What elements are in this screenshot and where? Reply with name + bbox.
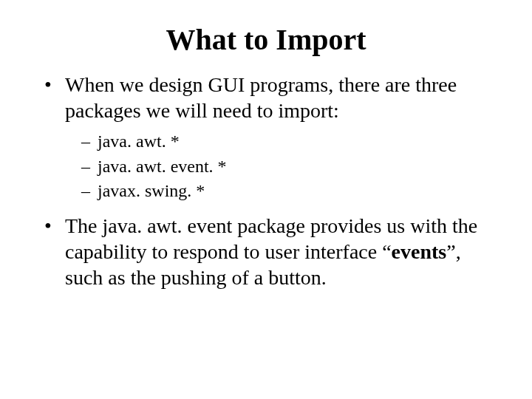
sub-bullet-1: java. awt. * [81, 129, 495, 154]
bullet-1: When we design GUI programs, there are t… [44, 72, 495, 204]
bullet-list: When we design GUI programs, there are t… [44, 72, 495, 290]
bullet-2: The java. awt. event package provides us… [44, 213, 495, 290]
bullet-2-bold: events [392, 240, 447, 263]
bullet-1-text: When we design GUI programs, there are t… [65, 73, 457, 122]
sub-bullet-list: java. awt. * java. awt. event. * javax. … [81, 129, 495, 204]
slide: What to Import When we design GUI progra… [0, 0, 532, 399]
sub-bullet-2: java. awt. event. * [81, 154, 495, 180]
sub-bullet-3: javax. swing. * [81, 179, 495, 204]
slide-title: What to Import [37, 22, 495, 57]
